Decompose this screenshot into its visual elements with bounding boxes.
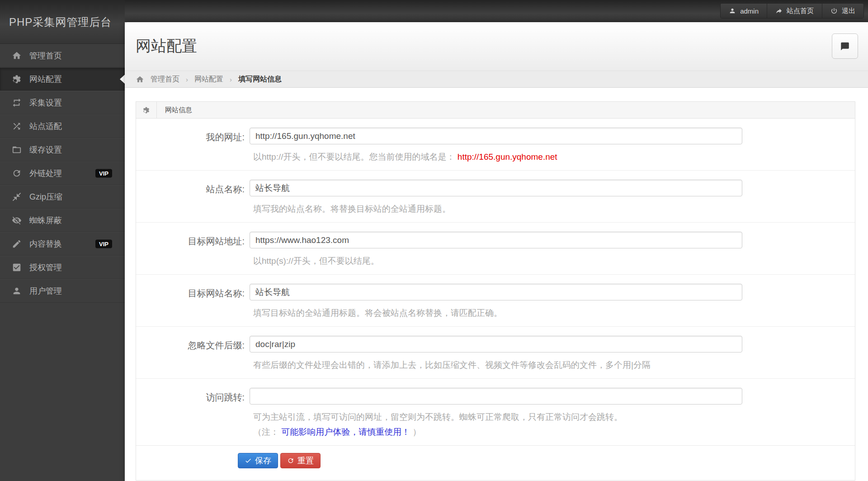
form-row-target-name: 目标网站名称: 填写目标站的全站通用标题。将会被站点名称替换，请匹配正确。 bbox=[136, 274, 855, 326]
content-body: 网站信息 我的网址: 以http://开头，但不要以结尾。您当前使用的域名是： … bbox=[125, 88, 868, 481]
field-help: 可为主站引流，填写可访问的网址，留空则为不跳转。蜘蛛可正常爬取，只有正常访问才会… bbox=[253, 411, 855, 423]
admin-user-button[interactable]: admin bbox=[721, 4, 767, 18]
sidebar-item-spider-block[interactable]: 蜘蛛屏蔽 bbox=[0, 209, 125, 232]
sidebar-item-content-replace[interactable]: 内容替换 VIP bbox=[0, 232, 125, 256]
folder-icon bbox=[12, 145, 22, 155]
sidebar-item-label: 网站配置 bbox=[29, 74, 62, 85]
compress-icon bbox=[12, 192, 22, 202]
save-button-label: 保存 bbox=[255, 455, 271, 466]
power-icon bbox=[830, 7, 838, 14]
breadcrumb-separator: › bbox=[230, 76, 232, 83]
vip-badge: VIP bbox=[95, 169, 112, 178]
site-home-button[interactable]: 站点首页 bbox=[767, 4, 822, 18]
gear-icon bbox=[142, 106, 150, 114]
sidebar-item-label: 外链处理 bbox=[29, 168, 62, 179]
breadcrumb-home[interactable]: 管理首页 bbox=[151, 75, 179, 84]
sidebar-menu: 管理首页 网站配置 采集设置 站点适配 缓存设置 bbox=[0, 44, 125, 303]
sidebar-item-label: 缓存设置 bbox=[29, 144, 62, 155]
admin-user-label: admin bbox=[740, 7, 759, 15]
target-name-input[interactable] bbox=[250, 284, 742, 300]
topbar-actions: admin 站点首页 退出 bbox=[720, 3, 864, 19]
panel-header: 网站信息 bbox=[136, 102, 855, 119]
repeat-icon bbox=[12, 98, 22, 108]
ignore-ext-input[interactable] bbox=[250, 336, 742, 352]
sidebar-item-collect-settings[interactable]: 采集设置 bbox=[0, 91, 125, 114]
site-name-input[interactable] bbox=[250, 180, 742, 196]
sidebar: PHP采集网管理后台 管理首页 网站配置 采集设置 站点适配 bbox=[0, 0, 125, 481]
shuffle-icon bbox=[12, 121, 22, 131]
refresh-icon bbox=[12, 168, 22, 178]
sidebar-item-label: 采集设置 bbox=[29, 97, 62, 108]
note-prefix: （注： bbox=[253, 427, 281, 437]
sidebar-item-label: 站点适配 bbox=[29, 121, 62, 132]
vip-badge: VIP bbox=[95, 240, 112, 248]
user-icon bbox=[12, 286, 22, 296]
sidebar-item-site-config[interactable]: 网站配置 bbox=[0, 67, 125, 91]
field-label: 目标网站名称: bbox=[136, 287, 245, 300]
help-text: 以http://开头，但不要以结尾。您当前使用的域名是： bbox=[253, 152, 458, 162]
field-help: 填写我的站点名称。将替换目标站的全站通用标题。 bbox=[253, 203, 855, 215]
form-row-visit-redirect: 访问跳转: 可为主站引流，填写可访问的网址，留空则为不跳转。蜘蛛可正常爬取，只有… bbox=[136, 378, 855, 445]
comment-button[interactable] bbox=[832, 33, 858, 59]
breadcrumb-current: 填写网站信息 bbox=[238, 75, 282, 84]
eye-slash-icon bbox=[12, 215, 22, 225]
app-logo: PHP采集网管理后台 bbox=[0, 0, 125, 44]
sidebar-item-label: 蜘蛛屏蔽 bbox=[29, 215, 62, 226]
warning-link[interactable]: 可能影响用户体验，请慎重使用！ bbox=[281, 427, 410, 437]
sidebar-item-cache-settings[interactable]: 缓存设置 bbox=[0, 138, 125, 162]
current-domain-link[interactable]: http://165.gun.yqhome.net bbox=[458, 152, 557, 162]
form-row-my-url: 我的网址: 以http://开头，但不要以结尾。您当前使用的域名是： http:… bbox=[136, 119, 855, 170]
field-label: 忽略文件后缀: bbox=[136, 339, 245, 352]
field-help: 填写目标站的全站通用标题。将会被站点名称替换，请匹配正确。 bbox=[253, 307, 855, 319]
sidebar-item-label: 用户管理 bbox=[29, 286, 62, 296]
site-home-label: 站点首页 bbox=[787, 7, 814, 15]
panel-gear-cell[interactable] bbox=[136, 102, 157, 118]
form-row-target-url: 目标网站地址: 以http(s)://开头，但不要以结尾。 bbox=[136, 222, 855, 274]
gear-icon bbox=[12, 74, 22, 84]
site-info-panel: 网站信息 我的网址: 以http://开头，但不要以结尾。您当前使用的域名是： … bbox=[136, 101, 855, 481]
panel-footer: 保存 重置 bbox=[136, 445, 855, 480]
sidebar-item-site-adapt[interactable]: 站点适配 bbox=[0, 114, 125, 138]
sidebar-item-label: 管理首页 bbox=[29, 50, 62, 61]
form-row-site-name: 站点名称: 填写我的站点名称。将替换目标站的全站通用标题。 bbox=[136, 170, 855, 222]
breadcrumb-separator: › bbox=[186, 76, 188, 83]
sidebar-item-auth-manage[interactable]: 授权管理 bbox=[0, 256, 125, 279]
reset-button-label: 重置 bbox=[297, 455, 314, 466]
field-label: 站点名称: bbox=[136, 183, 245, 195]
field-note: （注： 可能影响用户体验，请慎重使用！ ） bbox=[253, 426, 855, 438]
home-icon bbox=[12, 51, 22, 61]
field-help: 有些后缀的文件处理会出错的，请添加上去，比如压缩文件、视频文件等修改会乱码的文件… bbox=[253, 359, 855, 371]
sidebar-item-label: 授权管理 bbox=[29, 262, 62, 273]
sidebar-item-admin-home[interactable]: 管理首页 bbox=[0, 44, 125, 67]
main-content: 网站配置 管理首页 › 网站配置 › 填写网站信息 网站信息 bbox=[125, 22, 868, 481]
breadcrumb: 管理首页 › 网站配置 › 填写网站信息 bbox=[125, 71, 868, 88]
topbar: admin 站点首页 退出 bbox=[0, 0, 868, 22]
reset-button[interactable]: 重置 bbox=[280, 453, 321, 468]
field-help: 以http(s)://开头，但不要以结尾。 bbox=[253, 255, 855, 267]
sidebar-item-user-manage[interactable]: 用户管理 bbox=[0, 279, 125, 303]
check-square-icon bbox=[12, 262, 22, 272]
note-suffix: ） bbox=[410, 427, 421, 437]
field-help: 以http://开头，但不要以结尾。您当前使用的域名是： http://165.… bbox=[253, 151, 855, 163]
home-icon bbox=[136, 75, 144, 84]
content-header: 网站配置 bbox=[125, 22, 868, 71]
my-url-input[interactable] bbox=[250, 128, 742, 144]
field-label: 我的网址: bbox=[136, 131, 245, 143]
forward-arrow-icon bbox=[775, 7, 783, 14]
logout-button[interactable]: 退出 bbox=[822, 4, 863, 18]
save-button[interactable]: 保存 bbox=[238, 453, 278, 468]
field-label: 目标网站地址: bbox=[136, 235, 245, 248]
field-label: 访问跳转: bbox=[136, 391, 245, 404]
refresh-icon bbox=[287, 457, 294, 464]
user-icon bbox=[729, 7, 736, 14]
sidebar-item-label: Gzip压缩 bbox=[29, 191, 62, 202]
page-title: 网站配置 bbox=[125, 22, 868, 57]
sidebar-item-external-links[interactable]: 外链处理 VIP bbox=[0, 162, 125, 185]
sidebar-item-gzip[interactable]: Gzip压缩 bbox=[0, 185, 125, 209]
breadcrumb-section[interactable]: 网站配置 bbox=[194, 75, 223, 84]
visit-redirect-input[interactable] bbox=[250, 388, 742, 405]
logout-label: 退出 bbox=[842, 7, 855, 15]
pencil-icon bbox=[12, 239, 22, 249]
target-url-input[interactable] bbox=[250, 232, 742, 248]
check-icon bbox=[245, 457, 252, 464]
